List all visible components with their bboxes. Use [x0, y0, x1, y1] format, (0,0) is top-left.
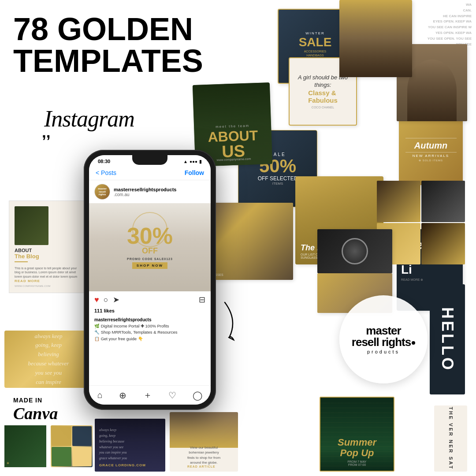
bookmark-icon[interactable]: ⊟ [199, 295, 205, 305]
quote-attribution: COCO CHANEL [312, 106, 334, 109]
wifi-icon: ▲ [183, 159, 188, 164]
like-icon[interactable]: ♥ [94, 295, 99, 305]
decorative-arrow [216, 298, 251, 344]
phone-status-icons: ▲ ●●● ▮ [183, 159, 202, 164]
swatch-green [52, 447, 71, 467]
title-block: 78 GOLDEN TEMPLATES [13, 13, 203, 77]
card-hello: HELLO [430, 284, 465, 394]
profile-icon[interactable]: ◯ [193, 390, 202, 401]
phone-nav-bar: < Posts Follow [89, 166, 211, 180]
phone-notch [132, 155, 167, 165]
phone-back-button[interactable]: < Posts [96, 169, 116, 176]
card-autumn: Autumn NEW ARRIVALS ⊗ SOLD ITEMS [399, 115, 463, 185]
phone-post-promo-code: PROMO CODE SALE0123 [127, 257, 173, 260]
phone-mockup: 08:30 ▲ ●●● ▮ < Posts Follow masterresel… [84, 150, 216, 410]
card-summer-popup: SummerPop Up FROM 7 MAYFROM 07:00 [320, 397, 394, 472]
title-line2: TEMPLATES [13, 45, 203, 77]
swatch-light [72, 447, 92, 467]
phone-profile-info: masterresellrightsproducts .com.au [114, 187, 176, 197]
home-icon[interactable]: ⌂ [97, 390, 103, 400]
phone-website: .com.au [114, 192, 176, 197]
bg-text-area: WACAN.HE CAN INSPIREEYES OPEN. KEEP WAYO… [405, 0, 476, 49]
phone-likes: 111 likes [89, 308, 211, 313]
summer-date: FROM 7 MAYFROM 07:00 [338, 460, 376, 466]
autumn-arrivals: NEW ARRIVALS [413, 154, 449, 158]
phone-caption-username: masterresellrightsproducts [94, 317, 152, 322]
photo-cell-4 [421, 223, 465, 264]
the-text: THE VER NER SAT [448, 407, 454, 470]
sunglasses-label: SSES [215, 273, 223, 276]
autumn-text: Autumn [414, 141, 448, 151]
dark-script-text: always keepgoing, keepbelieving becausew… [99, 428, 127, 460]
card-forest-bg: ⊗ [4, 425, 46, 467]
comment-icon[interactable]: ○ [104, 295, 108, 305]
instagram-label: Instagram [44, 106, 134, 132]
card-bohemian: View our beautifulbohemian jewelleryfind… [170, 412, 238, 472]
card-camera [317, 229, 392, 273]
phone-outer: 08:30 ▲ ●●● ▮ < Posts Follow masterresel… [84, 150, 216, 410]
autumn-sold: ⊗ SOLD ITEMS [419, 159, 443, 162]
fashion-read: READ MORE ⊗ [401, 278, 423, 282]
phone-bottom-bar: ⌂ ⊕ ＋ ♡ ◯ [89, 385, 211, 405]
canva-label: Canva [13, 404, 58, 423]
mrr-resell: resell rights [352, 336, 415, 348]
mrr-master: master [366, 325, 401, 336]
made-in-label: MADE IN [13, 397, 58, 404]
photo-cell-2 [421, 181, 465, 222]
sale50-items: ITEMS [272, 182, 283, 186]
phone-time: 08:30 [98, 159, 110, 164]
caption-line-2: 🔧 Shop MRRTools, Templates & Resources [94, 329, 205, 335]
card-the: THE VER NER SAT [434, 405, 467, 472]
share-icon[interactable]: ➤ [113, 295, 119, 305]
phone-caption: masterresellrightsproducts 🌿 Digital Inc… [89, 313, 211, 346]
caption-line-1: 🌿 Digital Income Portal ✚ 100% Profits [94, 323, 205, 329]
phone-actions-bar: ♥ ○ ➤ ⊟ [89, 291, 211, 308]
phone-username: masterresellrightsproducts [114, 187, 176, 192]
card-dark-script: always keepgoing, keepbelieving becausew… [95, 419, 165, 472]
phone-follow-button[interactable]: Follow [185, 169, 204, 176]
blog-title: The Blog [15, 253, 82, 260]
swatch-gold [52, 426, 71, 446]
card-hat-person: SSES [212, 203, 293, 280]
grace-label: GRACE LORDING.COM [99, 463, 146, 467]
mrr-logo: master resell rights products [339, 295, 428, 383]
quote-highlight: Classy &Fabulous [308, 89, 338, 104]
mrr-products: products [367, 349, 400, 354]
blog-read-more[interactable]: READ MORE [15, 279, 82, 283]
blog-about-label: ABOUT [15, 248, 82, 253]
blog-body-text: This is a great space to tell people abo… [15, 266, 82, 279]
summer-title: SummerPop Up [338, 437, 376, 458]
phone-post-percent: 30% [127, 226, 173, 246]
activity-icon[interactable]: ♡ [168, 390, 176, 401]
mrr-circle: master resell rights products [339, 295, 428, 383]
caption-line-3: 📋 Get your free guide 👇 [94, 336, 205, 342]
card-about-blog: ABOUT The Blog This is a great space to … [9, 201, 88, 293]
add-post-icon[interactable]: ＋ [143, 389, 152, 401]
blog-website: WWW.COMPANYNAME.COM [15, 285, 82, 287]
phone-post-image: 30% OFF PROMO CODE SALE0123 SHOP NOW [89, 203, 211, 291]
swatch-dark [72, 426, 92, 446]
phone-post-shop-now[interactable]: SHOP NOW [132, 262, 167, 269]
bohemian-text: View our beautifulbohemian jewelleryfind… [187, 445, 220, 465]
phone-caption-text: 🌿 Digital Income Portal ✚ 100% Profits 🔧… [94, 323, 205, 342]
sale50-off: OFF SELECTED [258, 175, 298, 182]
forest-label: ⊗ [7, 461, 9, 465]
card-script-handwriting: always keepgoing, keepbelievingbecause w… [4, 331, 93, 388]
signal-icon: ●●● [190, 159, 197, 164]
script-text: always keepgoing, keepbelievingbecause w… [25, 331, 73, 388]
sale-main-text: SALE [299, 35, 332, 49]
phone-profile: masterresellrights masterresellrightspro… [89, 180, 211, 203]
card-color-swatches [51, 425, 93, 467]
bohemian-read[interactable]: READ ARTICLE [187, 465, 220, 468]
card-person2-photo [339, 0, 412, 77]
battery-icon: ▮ [199, 159, 202, 164]
winter-label: WINTER [305, 31, 325, 35]
made-in-canva: MADE IN Canva [13, 397, 58, 423]
title-line1: 78 GOLDEN [13, 13, 203, 45]
photo-cell-1 [377, 181, 420, 222]
phone-avatar: masterresellrights [94, 184, 110, 200]
search-icon[interactable]: ⊕ [119, 390, 126, 401]
hello-text: HELLO [438, 307, 457, 372]
mrr-period [412, 341, 415, 345]
main-container: WACAN.HE CAN INSPIREEYES OPEN. KEEP WAYO… [0, 0, 476, 476]
